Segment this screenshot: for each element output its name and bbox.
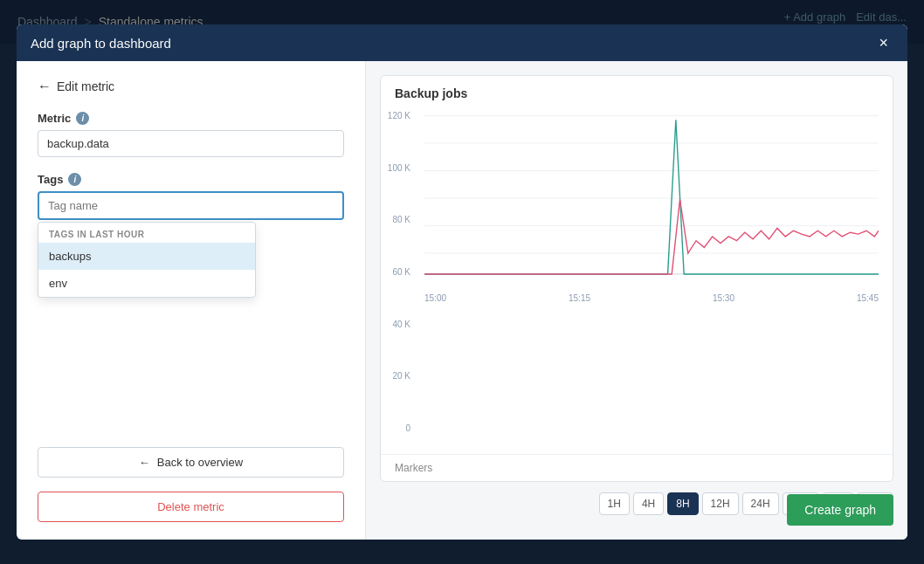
- time-btn-1h[interactable]: 1H: [599, 492, 630, 515]
- chart-markers: Markers: [381, 454, 893, 481]
- x-label-1545: 15:45: [857, 293, 879, 303]
- delete-metric-button[interactable]: Delete metric: [38, 492, 344, 522]
- metric-input[interactable]: [38, 130, 344, 157]
- time-btn-24h[interactable]: 24H: [742, 492, 779, 515]
- chart-container: Backup jobs 120 K 100 K 80 K 60 K 40 K 2…: [380, 75, 893, 482]
- back-to-overview-arrow-icon: ←: [139, 456, 150, 469]
- modal-overlay: Add graph to dashboard × ← Edit metric M…: [0, 0, 924, 564]
- x-label-1500: 15:00: [424, 293, 446, 303]
- y-label-20k: 20 K: [381, 371, 416, 381]
- left-panel: ← Edit metric Metric i Tags i: [17, 61, 366, 540]
- time-btn-4h[interactable]: 4H: [633, 492, 664, 515]
- y-label-40k: 40 K: [381, 320, 416, 329]
- metric-info-icon[interactable]: i: [76, 112, 89, 125]
- right-panel: Backup jobs 120 K 100 K 80 K 60 K 40 K 2…: [366, 61, 907, 540]
- y-label-0: 0: [381, 423, 416, 433]
- tags-info-icon[interactable]: i: [68, 173, 81, 186]
- modal-body: ← Edit metric Metric i Tags i: [17, 61, 907, 540]
- tags-form-group: Tags i TAGS IN LAST HOUR backups env: [38, 173, 344, 220]
- chart-title: Backup jobs: [381, 76, 893, 107]
- x-label-1515: 15:15: [569, 293, 590, 303]
- create-graph-button[interactable]: Create graph: [787, 494, 893, 526]
- tag-name-input[interactable]: [38, 191, 344, 220]
- modal-header: Add graph to dashboard ×: [17, 24, 907, 61]
- tag-dropdown-item-backups[interactable]: backups: [38, 243, 255, 270]
- back-to-overview-button[interactable]: ← Back to overview: [38, 447, 344, 478]
- chart-svg: [424, 107, 879, 291]
- y-label-120k: 120 K: [381, 111, 416, 120]
- x-label-1530: 15:30: [713, 293, 734, 303]
- y-label-80k: 80 K: [381, 215, 416, 224]
- time-btn-12h[interactable]: 12H: [702, 492, 739, 515]
- y-label-60k: 60 K: [381, 267, 416, 277]
- tag-dropdown-header: TAGS IN LAST HOUR: [38, 223, 255, 243]
- tags-label: Tags i: [38, 173, 344, 186]
- panel-back[interactable]: ← Edit metric: [38, 79, 344, 94]
- metric-form-group: Metric i: [38, 112, 344, 157]
- tag-dropdown: TAGS IN LAST HOUR backups env: [38, 222, 256, 298]
- tags-input-wrapper: TAGS IN LAST HOUR backups env: [38, 191, 344, 220]
- y-label-100k: 100 K: [381, 163, 416, 173]
- modal-title: Add graph to dashboard: [31, 36, 171, 51]
- metric-label: Metric i: [38, 112, 344, 125]
- chart-area: 120 K 100 K 80 K 60 K 40 K 20 K 0: [381, 107, 893, 454]
- back-arrow-icon: ←: [38, 79, 52, 94]
- time-btn-8h[interactable]: 8H: [667, 492, 698, 515]
- modal: Add graph to dashboard × ← Edit metric M…: [17, 24, 907, 540]
- tag-dropdown-item-env[interactable]: env: [38, 270, 255, 297]
- panel-back-label: Edit metric: [57, 79, 114, 93]
- modal-close-button[interactable]: ×: [873, 33, 893, 52]
